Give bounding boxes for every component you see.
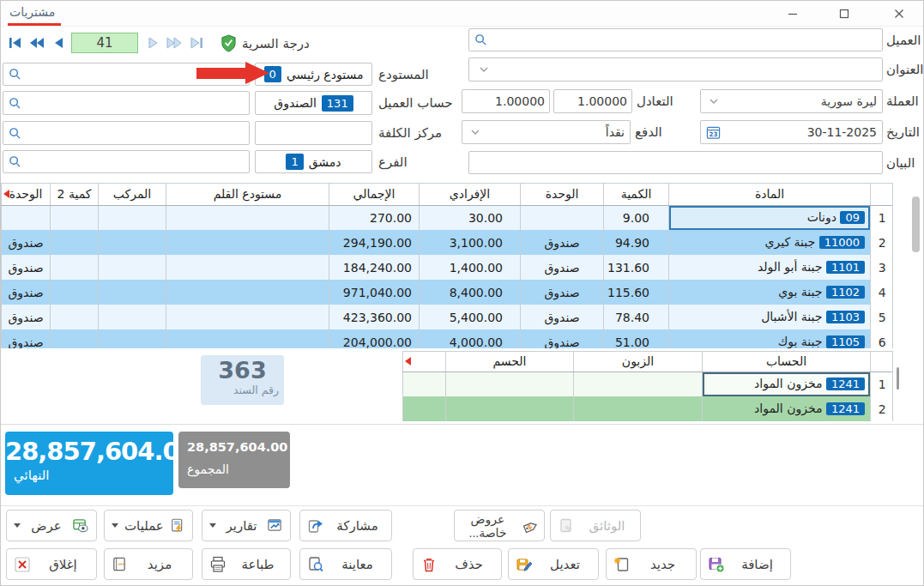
qty-cell[interactable]: 78.40 [604, 305, 669, 329]
row-number[interactable]: 5 [871, 305, 894, 329]
price-cell[interactable]: 4,000.00 [420, 329, 521, 348]
view-button[interactable]: عرض [6, 510, 97, 541]
price-cell[interactable]: 5,400.00 [420, 305, 521, 329]
unit2-cell[interactable]: صندوق [2, 230, 51, 255]
qty-cell[interactable]: 51.00 [604, 329, 669, 348]
customer-cell[interactable] [574, 372, 703, 396]
reports-button[interactable]: تقارير [202, 510, 291, 541]
compound-cell[interactable] [99, 205, 166, 230]
rownum-header[interactable] [871, 184, 894, 205]
pen-warehouse-cell[interactable] [166, 230, 329, 255]
delete-button[interactable]: حذف [413, 548, 502, 580]
qty2-cell[interactable] [51, 329, 99, 348]
statement-input[interactable] [468, 151, 883, 174]
pen-warehouse-cell[interactable] [166, 280, 329, 305]
unit2-cell[interactable] [2, 205, 51, 230]
item-cell[interactable]: 1102 جبنة بوي [669, 280, 871, 305]
address-select[interactable] [468, 57, 883, 82]
rownum-header[interactable] [871, 352, 894, 372]
currency-select[interactable]: ليرة سورية [700, 89, 883, 113]
qty2-header[interactable]: كمية 2 [51, 184, 99, 205]
unit-cell[interactable]: صندوق [521, 280, 604, 305]
accounts-table-scrollbar[interactable] [897, 367, 899, 390]
compound-header[interactable]: المركب [99, 184, 166, 205]
pen-warehouse-cell[interactable] [166, 305, 329, 329]
client-search-input[interactable] [468, 28, 883, 51]
price-cell[interactable]: 3,100.00 [420, 230, 521, 255]
compound-cell[interactable] [99, 230, 166, 255]
parity-input-1[interactable]: 1.00000 [553, 89, 632, 113]
extra-cell[interactable] [403, 372, 446, 396]
pen-warehouse-cell[interactable] [166, 329, 329, 348]
documents-button[interactable]: الوثائق [550, 510, 641, 541]
item-cell[interactable]: 1101 جبنة أبو الولد [669, 255, 871, 280]
total-cell[interactable]: 204,000.00 [329, 329, 420, 348]
account-header[interactable]: الحساب [703, 352, 871, 372]
total-header[interactable]: الإجمالي [329, 184, 420, 205]
account-cell[interactable]: 1241 مخزون المواد [703, 372, 871, 396]
maximize-button[interactable] [831, 4, 857, 23]
row-number[interactable]: 1 [871, 372, 894, 396]
unit-cell[interactable]: صندوق [521, 230, 604, 255]
qty-header[interactable]: الكمية [604, 184, 669, 205]
compound-cell[interactable] [99, 305, 166, 329]
total-cell[interactable]: 971,040.00 [329, 280, 420, 305]
discount-header[interactable]: الحسم [446, 352, 574, 372]
unit2-cell[interactable]: صندوق [2, 255, 51, 280]
pen-warehouse-header[interactable]: مستودع القلم [166, 184, 329, 205]
unit2-cell[interactable]: صندوق [2, 280, 51, 305]
add-button[interactable]: إضافة [700, 548, 791, 580]
tab-purchases[interactable]: مشتريات [9, 5, 55, 19]
row-number[interactable]: 6 [871, 329, 894, 348]
total-cell[interactable]: 184,240.00 [329, 255, 420, 280]
qty-cell[interactable]: 131.60 [604, 255, 669, 280]
total-cell[interactable]: 270.00 [329, 205, 420, 230]
row-number[interactable]: 3 [871, 255, 894, 280]
unit-cell[interactable] [521, 205, 604, 230]
discount-cell[interactable] [446, 372, 574, 396]
payment-select[interactable]: نقداً [462, 120, 631, 144]
price-cell[interactable]: 8,400.00 [420, 280, 521, 305]
unit-cell[interactable]: صندوق [521, 329, 604, 348]
unit-cell[interactable]: صندوق [521, 255, 604, 280]
special-offers-button[interactable]: $ عروض خاصة... [454, 510, 545, 541]
edit-button[interactable]: تعديل [508, 548, 599, 580]
compound-cell[interactable] [99, 280, 166, 305]
compound-cell[interactable] [99, 255, 166, 280]
qty2-cell[interactable] [51, 205, 99, 230]
qty2-cell[interactable] [51, 305, 99, 329]
preview-button[interactable]: معاينة [299, 548, 392, 580]
total-cell[interactable]: 294,190.00 [329, 230, 420, 255]
unit2-cell[interactable]: صندوق [2, 305, 51, 329]
total-cell[interactable]: 423,360.00 [329, 305, 420, 329]
row-number[interactable]: 2 [871, 230, 894, 255]
item-cell[interactable]: 09 دونات [669, 205, 871, 230]
pen-warehouse-cell[interactable] [166, 205, 329, 230]
extra-header[interactable] [403, 352, 446, 372]
item-cell[interactable]: 1103 جبنة الأشبال [669, 305, 871, 329]
close-button[interactable] [886, 4, 912, 23]
more-button[interactable]: مزيد [104, 548, 193, 580]
new-button[interactable]: جديد [606, 548, 697, 580]
item-cell[interactable]: 11000 جبنة كيري [669, 230, 871, 255]
customer-header[interactable]: الزبون [574, 352, 703, 372]
date-field[interactable]: 23 30-11-2025 [700, 120, 883, 144]
row-number[interactable]: 2 [871, 396, 894, 421]
unit-cell[interactable]: صندوق [521, 305, 604, 329]
unit2-cell[interactable]: صندوق [2, 329, 51, 348]
qty2-cell[interactable] [51, 280, 99, 305]
minimize-button[interactable] [780, 4, 806, 23]
pen-warehouse-cell[interactable] [166, 255, 329, 280]
unit-header[interactable]: الوحدة [521, 184, 604, 205]
qty2-cell[interactable] [51, 230, 99, 255]
compound-cell[interactable] [99, 329, 166, 348]
close-window-button[interactable]: إغلاق [6, 548, 97, 580]
item-header[interactable]: المادة [669, 184, 871, 205]
extra-cell[interactable] [403, 396, 446, 421]
price-header[interactable]: الإفرادي [420, 184, 521, 205]
operations-button[interactable]: عمليات [104, 510, 193, 541]
discount-cell[interactable] [446, 396, 574, 421]
customer-cell[interactable] [574, 396, 703, 421]
print-button[interactable]: طباعة [202, 548, 291, 580]
qty-cell[interactable]: 9.00 [604, 205, 669, 230]
